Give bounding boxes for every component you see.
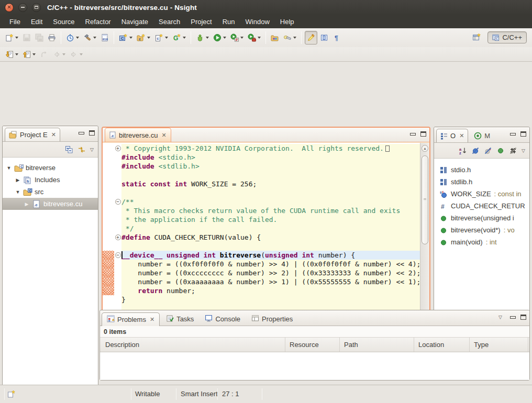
print-button[interactable] xyxy=(46,31,58,44)
minimize-editor-button[interactable] xyxy=(410,133,416,136)
maximize-editor-button[interactable] xyxy=(420,131,426,137)
tree-item-bitreverse[interactable]: ▼Cbitreverse xyxy=(3,162,98,174)
problems-table-body[interactable] xyxy=(100,352,529,380)
code-text[interactable]: return number; xyxy=(121,286,420,295)
minimize-view-button[interactable] xyxy=(79,132,84,135)
tree-item-bitreverse-cu[interactable]: ▶.cbitreverse.cu xyxy=(3,198,98,210)
menu-edit[interactable]: Edit xyxy=(26,16,48,28)
column-header-resource[interactable]: Resource xyxy=(285,338,340,352)
hide-inactive-button[interactable] xyxy=(509,147,517,155)
code-line[interactable]: static const int WORK_SIZE = 256; xyxy=(103,180,420,188)
block-selection-toggle[interactable] xyxy=(318,31,330,44)
outline-item-bitreverse-unsigned-i[interactable]: bitreverse(unsigned i xyxy=(434,212,529,224)
open-perspective-button[interactable] xyxy=(471,30,483,44)
code-text[interactable]: * the application if the call failed. xyxy=(121,215,420,224)
expand-arrow-icon[interactable]: ▶ xyxy=(24,202,30,207)
tree-item-includes[interactable]: ▶hIncludes xyxy=(3,174,98,186)
expand-fold-icon[interactable]: + xyxy=(115,145,121,151)
link-with-editor-button[interactable] xyxy=(77,145,86,154)
view-menu-button[interactable]: ▽ xyxy=(90,147,94,152)
code-line[interactable]: * This macro checks return value of the … xyxy=(103,206,420,215)
last-edit-location-button[interactable] xyxy=(38,48,50,61)
close-icon[interactable]: ✕ xyxy=(459,132,464,139)
tab-make-target[interactable]: M xyxy=(470,129,494,142)
view-menu-button[interactable]: ▽ xyxy=(498,315,502,320)
previous-annotation-button[interactable] xyxy=(21,48,37,61)
cpp-perspective-button[interactable]: C C/C++ xyxy=(487,31,527,43)
tree-item-src[interactable]: ▼Csrc xyxy=(3,186,98,198)
column-header-path[interactable]: Path xyxy=(340,338,414,352)
window-minimize-button[interactable] xyxy=(18,3,27,12)
code-text[interactable]: static const int WORK_SIZE = 256; xyxy=(121,180,420,188)
code-text[interactable]: #include <stdio.h> xyxy=(121,153,420,162)
menu-search[interactable]: Search xyxy=(153,16,185,28)
outline-item-stdlib-h[interactable]: stdlib.h xyxy=(434,176,529,188)
code-line[interactable]: number = ((0xf0f0f0f0 & number) >> 4) | … xyxy=(103,260,420,268)
maximize-view-button[interactable] xyxy=(520,131,526,137)
window-maximize-button[interactable] xyxy=(32,3,41,12)
menu-file[interactable]: File xyxy=(4,16,26,28)
tab-tasks[interactable]: Tasks xyxy=(161,312,198,326)
menu-run[interactable]: Run xyxy=(217,16,240,28)
code-line[interactable]: +#define CUDA_CHECK_RETURN(value) { xyxy=(103,233,420,242)
code-text[interactable]: * This macro checks return value of the … xyxy=(121,206,420,215)
code-text[interactable] xyxy=(121,242,420,251)
expand-arrow-icon[interactable]: ▶ xyxy=(15,177,21,183)
code-line[interactable]: number = ((0xaaaaaaaa & number) >> 1) | … xyxy=(103,277,420,286)
tab-project-explorer[interactable]: Project E ✕ xyxy=(5,128,60,141)
hide-static-members-button[interactable]: s xyxy=(484,147,492,155)
tab-outline[interactable]: O ✕ xyxy=(436,129,468,142)
tab-properties[interactable]: Properties xyxy=(247,312,297,326)
save-button[interactable] xyxy=(21,31,32,44)
maximize-view-button[interactable] xyxy=(520,315,526,320)
close-icon[interactable]: ✕ xyxy=(150,316,154,323)
code-line[interactable]: * the application if the call failed. xyxy=(103,215,420,224)
collapse-all-button[interactable] xyxy=(65,145,73,154)
code-text[interactable]: number = ((0xaaaaaaaa & number) >> 1) | … xyxy=(121,277,420,286)
code-line[interactable] xyxy=(103,242,420,251)
column-header-type[interactable]: Type xyxy=(470,338,528,352)
sort-button[interactable]: az xyxy=(459,147,467,155)
code-text[interactable]: __device__ unsigned int bitreverse(unsig… xyxy=(121,251,420,260)
save-all-button[interactable] xyxy=(34,31,45,44)
run-button[interactable] xyxy=(212,31,228,44)
collapse-arrow-icon[interactable]: ▼ xyxy=(6,165,12,171)
code-line[interactable]: −/** xyxy=(103,197,420,206)
close-icon[interactable]: ✕ xyxy=(51,131,56,138)
forward-button[interactable] xyxy=(68,48,84,61)
outline-item-stdio-h[interactable]: stdio.h xyxy=(434,164,529,176)
code-text[interactable] xyxy=(121,188,420,197)
code-line[interactable]: + * Copyright 1993-2012 NVIDIA Corporati… xyxy=(103,144,420,153)
code-line[interactable]: number = ((0xcccccccc & number) >> 2) | … xyxy=(103,268,420,277)
tab-console[interactable]: Console xyxy=(200,312,245,326)
code-text[interactable]: */ xyxy=(121,224,420,233)
profile-button[interactable] xyxy=(64,31,81,44)
window-close-button[interactable]: ✕ xyxy=(5,3,14,12)
hide-fields-button[interactable] xyxy=(471,147,480,155)
outline-item-work_size[interactable]: scWORK_SIZE : const in xyxy=(434,188,529,200)
back-button[interactable] xyxy=(51,48,67,61)
menu-project[interactable]: Project xyxy=(185,16,217,28)
collapsed-region-box[interactable] xyxy=(385,145,390,152)
close-icon[interactable]: ✕ xyxy=(161,132,166,139)
code-line[interactable]: } xyxy=(103,295,420,304)
column-header-description[interactable]: Description xyxy=(101,338,285,352)
outline-item-bitreverse-void-[interactable]: bitreverse(void*) : vo xyxy=(434,224,529,236)
code-text[interactable]: #define CUDA_CHECK_RETURN(value) { xyxy=(121,233,420,242)
code-line[interactable] xyxy=(103,171,420,180)
outline-item-cuda_check_retur[interactable]: #CUDA_CHECK_RETUR xyxy=(434,200,529,212)
search-button[interactable] xyxy=(282,31,298,44)
new-c-project-button[interactable]: C xyxy=(117,31,134,44)
collapse-fold-icon[interactable]: − xyxy=(115,252,121,258)
build-binary-button[interactable]: 010 xyxy=(99,31,110,44)
menu-navigate[interactable]: Navigate xyxy=(116,16,153,28)
mark-occurrences-toggle[interactable] xyxy=(305,31,317,44)
code-line[interactable]: */ xyxy=(103,224,420,233)
new-c-source-file-button[interactable]: c xyxy=(153,31,170,44)
code-line[interactable]: return number; xyxy=(103,286,420,295)
menu-help[interactable]: Help xyxy=(275,16,300,28)
show-whitespace-toggle[interactable]: ¶ xyxy=(331,31,342,44)
hide-non-public-members-button[interactable] xyxy=(496,147,505,155)
tab-problems[interactable]: Problems✕ xyxy=(102,312,160,326)
code-text[interactable]: number = ((0xcccccccc & number) >> 2) | … xyxy=(121,268,420,277)
